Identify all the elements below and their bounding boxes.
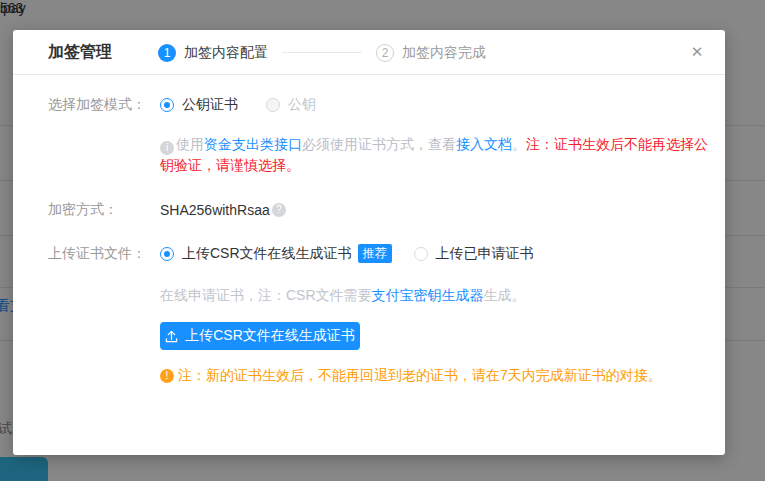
step-indicator: 1 加签内容配置 2 加签内容完成	[158, 30, 486, 75]
access-doc-link[interactable]: 接入文档	[456, 136, 512, 152]
key-generator-link[interactable]: 支付宝密钥生成器	[372, 287, 484, 303]
radio-selected-icon	[160, 247, 174, 261]
radio-upload-csr-label: 上传CSR文件在线生成证书	[182, 245, 352, 263]
cert-mode-notice: i使用资金支出类接口必须使用证书方式，查看接入文档。注：证书生效后不能再选择公钥…	[160, 134, 718, 176]
notice-seg1: 使用	[176, 136, 204, 152]
dialog-title: 加签管理	[48, 42, 112, 63]
encrypt-method-row: 加密方式： SHA256withRsaa ?	[48, 201, 286, 219]
sign-mode-label: 选择加签模式：	[48, 96, 160, 114]
help-circle-icon[interactable]: ?	[272, 203, 286, 217]
fund-api-link[interactable]: 资金支出类接口	[204, 136, 302, 152]
radio-disabled-icon	[266, 98, 280, 112]
warning-circle-icon: !	[160, 369, 174, 383]
encrypt-value-text: SHA256withRsaa	[160, 202, 270, 218]
recommend-badge: 推荐	[358, 244, 392, 263]
sign-mode-row: 选择加签模式： 公钥证书 公钥	[48, 96, 316, 114]
radio-public-key-label: 公钥	[288, 96, 316, 114]
csr-note-pre: 在线申请证书，注：CSR文件需要	[160, 287, 372, 303]
step1-circle: 1	[158, 44, 176, 62]
radio-upload-csr[interactable]: 上传CSR文件在线生成证书 推荐	[160, 244, 392, 263]
radio-upload-existing[interactable]: 上传已申请证书	[414, 245, 534, 263]
radio-public-key-cert-label: 公钥证书	[182, 96, 238, 114]
encrypt-method-value: SHA256withRsaa ?	[160, 202, 286, 218]
info-circle-icon: i	[160, 141, 174, 155]
step-connector-line	[282, 52, 362, 53]
radio-upload-existing-label: 上传已申请证书	[436, 245, 534, 263]
step2-circle: 2	[376, 44, 394, 62]
upload-cert-row: 上传证书文件： 上传CSR文件在线生成证书 推荐 上传已申请证书	[48, 244, 534, 263]
upload-csr-button-label: 上传CSR文件在线生成证书	[185, 327, 355, 345]
encrypt-method-label: 加密方式：	[48, 201, 160, 219]
signature-management-dialog: 加签管理 1 加签内容配置 2 加签内容完成 ✕ 选择加签模式： 公钥证书 公钥…	[13, 30, 725, 455]
radio-selected-icon	[160, 98, 174, 112]
csr-note: 在线申请证书，注：CSR文件需要支付宝密钥生成器生成。	[160, 287, 526, 305]
step2-label: 加签内容完成	[402, 44, 486, 62]
step1-label: 加签内容配置	[184, 44, 268, 62]
radio-unselected-icon	[414, 247, 428, 261]
cert-switch-warning-text: 注：新的证书生效后，不能再回退到老的证书，请在7天内完成新证书的对接。	[178, 367, 662, 385]
upload-csr-button[interactable]: 上传CSR文件在线生成证书	[160, 322, 360, 350]
radio-public-key-cert[interactable]: 公钥证书	[160, 96, 238, 114]
radio-public-key[interactable]: 公钥	[266, 96, 316, 114]
notice-seg2: 必须使用证书方式，查看	[302, 136, 456, 152]
notice-seg3: 。	[512, 136, 526, 152]
cert-switch-warning: ! 注：新的证书生效后，不能再回退到老的证书，请在7天内完成新证书的对接。	[160, 367, 662, 385]
upload-icon	[165, 330, 178, 343]
csr-note-post: 生成。	[484, 287, 526, 303]
upload-cert-label: 上传证书文件：	[48, 245, 160, 263]
close-icon[interactable]: ✕	[687, 42, 707, 62]
